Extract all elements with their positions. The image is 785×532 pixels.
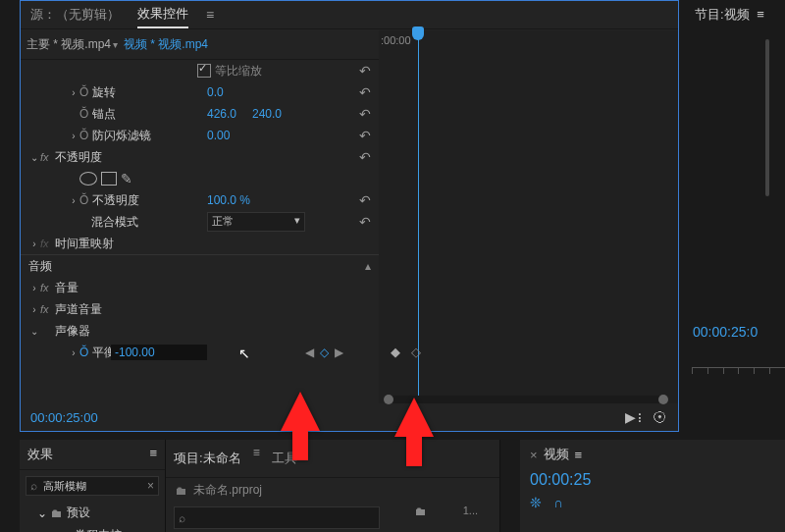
anchor-x-value[interactable]: 426.0 — [207, 107, 236, 121]
ellipse-mask-icon[interactable] — [79, 172, 97, 186]
rotation-value[interactable]: 0.0 — [207, 85, 224, 99]
program-tab[interactable]: 节目:视频 ≡ — [687, 0, 785, 29]
effects-search-input[interactable] — [41, 479, 124, 493]
convolution-folder[interactable]: › 🖿 卷积内核 — [20, 524, 165, 532]
next-keyframe-icon[interactable]: ▶ — [335, 346, 343, 359]
volume-section[interactable]: › fx 音量 — [21, 277, 379, 298]
stopwatch-icon[interactable]: Ŏ — [79, 193, 88, 207]
opacity-section[interactable]: ⌄ fx 不透明度 ↶ — [21, 146, 379, 168]
reset-icon[interactable]: ↶ — [359, 106, 371, 122]
twirl-down-icon[interactable]: ⌄ — [28, 326, 40, 337]
twirl-icon[interactable]: › — [68, 131, 79, 141]
clip-primary-label: 主要 * 视频.mp4 — [26, 36, 111, 53]
twirl-icon[interactable]: › — [28, 239, 40, 249]
effects-panel-title[interactable]: 效果 ≡ — [20, 440, 165, 470]
timeline-scrollbar[interactable] — [384, 396, 668, 403]
twirl-icon[interactable]: › — [51, 529, 55, 533]
twirl-down-icon[interactable]: ⌄ — [37, 506, 47, 520]
tab-project[interactable]: 项目:未命名 — [174, 446, 241, 471]
folder-icon: 🖿 — [51, 506, 63, 520]
reset-icon[interactable]: ↶ — [359, 214, 371, 230]
project-search-input[interactable] — [189, 509, 375, 526]
twirl-icon[interactable]: › — [28, 304, 40, 315]
panel-menu-icon[interactable]: ≡ — [149, 446, 157, 460]
panel-menu-icon[interactable]: ≡ — [253, 446, 260, 471]
fx-icon[interactable]: fx — [40, 238, 49, 249]
reset-icon[interactable]: ↶ — [359, 128, 371, 143]
prev-keyframe-icon[interactable]: ◀ — [305, 346, 314, 359]
panel-menu-icon[interactable]: ≡ — [575, 448, 583, 462]
reset-icon[interactable]: ↶ — [359, 84, 371, 100]
clear-search-icon[interactable]: × — [147, 479, 154, 493]
sequence-timecode[interactable]: 00:00:25 — [520, 469, 785, 491]
fx-icon[interactable]: fx — [40, 282, 49, 293]
program-ruler[interactable] — [692, 367, 785, 388]
tab-effect-controls[interactable]: 效果控件 — [137, 1, 188, 28]
program-timecode[interactable]: 00:00:25:0 — [693, 324, 758, 340]
rect-mask-icon[interactable] — [101, 172, 117, 186]
twirl-icon[interactable]: › — [68, 347, 79, 358]
reset-icon[interactable]: ↶ — [359, 192, 371, 208]
reset-icon[interactable]: ↶ — [359, 63, 371, 79]
stopwatch-icon[interactable]: Ŏ — [79, 107, 88, 121]
panner-section[interactable]: ⌄ fx 声像器 — [21, 320, 379, 342]
stopwatch-icon[interactable]: Ŏ — [79, 129, 88, 142]
anchor-y-value[interactable]: 240.0 — [252, 107, 282, 121]
chevron-down-icon[interactable]: ▾ — [113, 39, 118, 50]
effects-search[interactable]: ⌕ × — [26, 476, 159, 496]
magnet-icon[interactable]: ∩ — [553, 495, 563, 510]
lower-panels: 效果 ≡ ⌕ × ⌄ 🖿 预设 › 🖿 卷积内核 项目:未命名 ≡ — [20, 440, 785, 532]
add-keyframe-icon[interactable]: ◇ — [320, 346, 329, 359]
program-scrollbar[interactable] — [765, 39, 769, 196]
panel-tabs: 源：（无剪辑） 效果控件 ≡ — [21, 1, 678, 29]
clip-nested-link[interactable]: 视频 * 视频.mp4 — [124, 36, 208, 53]
blend-mode-row: 混合模式 正常▾ ↶ — [21, 211, 379, 233]
twirl-icon[interactable]: › — [68, 87, 79, 98]
keyframe-marker-right[interactable]: ◇ — [411, 345, 421, 359]
twirl-icon[interactable]: › — [68, 195, 79, 206]
panel-menu-icon[interactable]: ≡ — [757, 7, 764, 22]
opacity-value[interactable]: 100.0 % — [207, 193, 250, 207]
current-timecode[interactable]: 00:00:25:00 — [30, 410, 98, 425]
project-tabs: 项目:未命名 ≡ 工具 — [166, 440, 499, 478]
tab-tools[interactable]: 工具 — [272, 446, 297, 471]
project-search[interactable]: ⌕ — [174, 506, 380, 529]
search-icon: ⌕ — [30, 479, 37, 493]
channel-volume-label: 声道音量 — [55, 301, 102, 318]
scroll-handle-right[interactable] — [658, 395, 668, 404]
stopwatch-active-icon[interactable]: Ŏ — [79, 346, 88, 359]
timeremap-section[interactable]: › fx 时间重映射 — [21, 233, 379, 254]
keyframe-navigator[interactable]: ◀ ◇ ▶ — [305, 346, 343, 359]
twirl-down-icon[interactable]: ⌄ — [28, 152, 40, 163]
tab-source[interactable]: 源：（无剪辑） — [30, 2, 120, 27]
fx-icon[interactable]: fx — [40, 151, 49, 163]
panel-menu-icon[interactable]: ≡ — [206, 7, 214, 23]
opacity-value-label: 不透明度 — [92, 192, 139, 209]
keyframe-marker-left[interactable]: ◆ — [391, 345, 400, 359]
antiflicker-row: › Ŏ 防闪烁滤镜 0.00 ↶ — [21, 125, 379, 146]
export-frame-icon[interactable]: 🖸 — [653, 409, 666, 425]
twirl-icon[interactable]: › — [28, 283, 40, 293]
uniform-scale-checkbox[interactable] — [197, 64, 211, 78]
pen-mask-icon[interactable]: ✎ — [121, 171, 132, 186]
sequence-tools: ❊ ∩ — [520, 491, 785, 514]
bin-icon[interactable]: 🖿 — [176, 484, 187, 498]
scroll-handle-left[interactable] — [384, 395, 393, 404]
playhead-handle[interactable] — [412, 27, 424, 40]
snap-icon[interactable]: ❊ — [530, 495, 542, 510]
play-toggle-icon[interactable]: ▶⫶ — [625, 409, 643, 425]
sequence-tab[interactable]: × 视频 ≡ — [520, 440, 785, 469]
channel-volume-section[interactable]: › fx 声道音量 — [21, 298, 379, 320]
collapse-icon[interactable]: ▴ — [365, 259, 371, 273]
stopwatch-icon[interactable]: Ŏ — [79, 85, 88, 99]
new-bin-icon[interactable]: 🖿 — [415, 505, 427, 518]
balance-input[interactable] — [111, 345, 207, 360]
antiflicker-value[interactable]: 0.00 — [207, 129, 230, 142]
blend-mode-dropdown[interactable]: 正常▾ — [207, 212, 305, 232]
preset-folder[interactable]: ⌄ 🖿 预设 — [20, 502, 165, 524]
effect-controls-panel: 源：（无剪辑） 效果控件 ≡ 主要 * 视频.mp4 ▾ 视频 * 视频.mp4… — [20, 0, 679, 432]
fx-icon[interactable]: fx — [40, 303, 49, 315]
reset-icon[interactable]: ↶ — [359, 149, 371, 165]
rotation-label: 旋转 — [92, 84, 116, 101]
effect-timeline[interactable]: :00:00 ◆ ◇ — [379, 30, 678, 403]
